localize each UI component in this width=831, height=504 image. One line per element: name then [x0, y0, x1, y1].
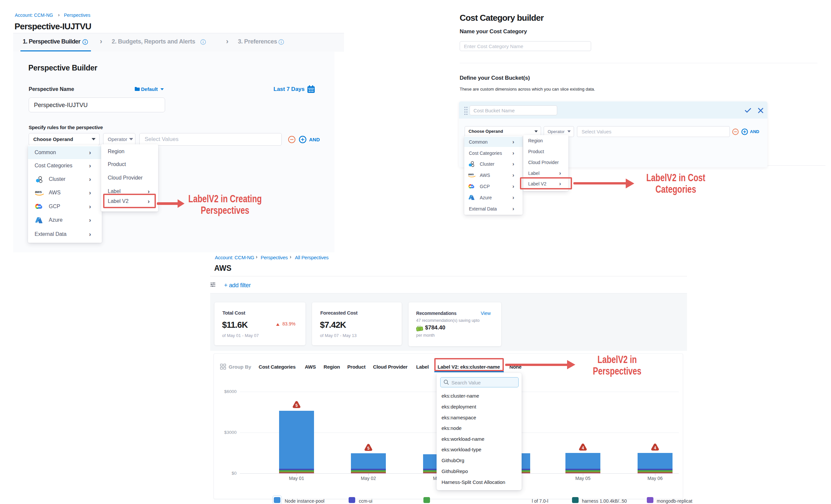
svg-text:aws: aws [468, 173, 474, 176]
svg-text:5: 5 [367, 446, 370, 451]
svg-text:aws: aws [35, 190, 42, 194]
svg-text:5: 5 [295, 403, 298, 408]
svg-text:4: 4 [582, 446, 584, 450]
svg-text:4: 4 [654, 446, 656, 450]
